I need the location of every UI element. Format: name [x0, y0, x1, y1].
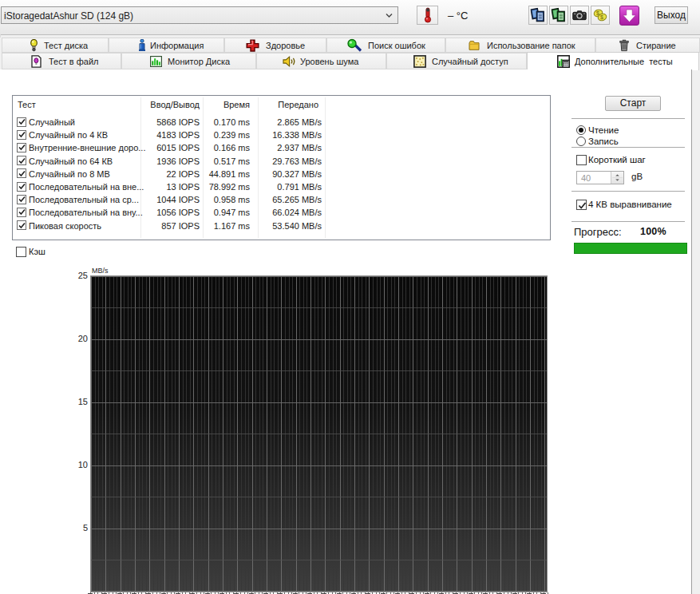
- svg-text:$: $: [600, 14, 603, 20]
